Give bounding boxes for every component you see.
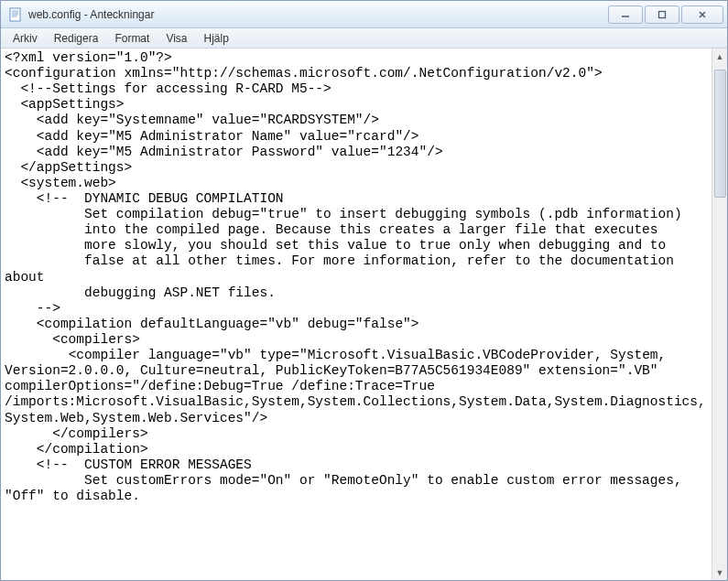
window-title: web.config - Anteckningar: [28, 8, 608, 21]
scroll-up-icon[interactable]: ▲: [712, 48, 728, 64]
menu-redigera[interactable]: Redigera: [48, 30, 105, 47]
menu-arkiv[interactable]: Arkiv: [6, 30, 44, 47]
titlebar[interactable]: web.config - Anteckningar: [1, 1, 727, 28]
vertical-scrollbar[interactable]: ▲ ▼: [712, 48, 727, 580]
scroll-down-icon[interactable]: ▼: [712, 565, 728, 580]
editor-area: <?xml version="1.0"?> <configuration xml…: [1, 48, 727, 580]
menu-visa[interactable]: Visa: [159, 30, 193, 47]
notepad-window: web.config - Anteckningar Arkiv Redigera…: [0, 0, 728, 581]
maximize-button[interactable]: [645, 5, 679, 24]
scroll-thumb[interactable]: [714, 70, 726, 198]
text-content[interactable]: <?xml version="1.0"?> <configuration xml…: [1, 48, 712, 580]
menu-format[interactable]: Format: [108, 30, 156, 47]
scroll-track[interactable]: [712, 64, 728, 565]
window-controls: [608, 5, 723, 24]
app-icon: [8, 7, 23, 22]
minimize-button[interactable]: [608, 5, 643, 24]
close-button[interactable]: [681, 5, 723, 24]
svg-rect-6: [659, 11, 666, 17]
menu-hjalp[interactable]: Hjälp: [198, 30, 235, 47]
menubar: Arkiv Redigera Format Visa Hjälp: [1, 28, 727, 48]
